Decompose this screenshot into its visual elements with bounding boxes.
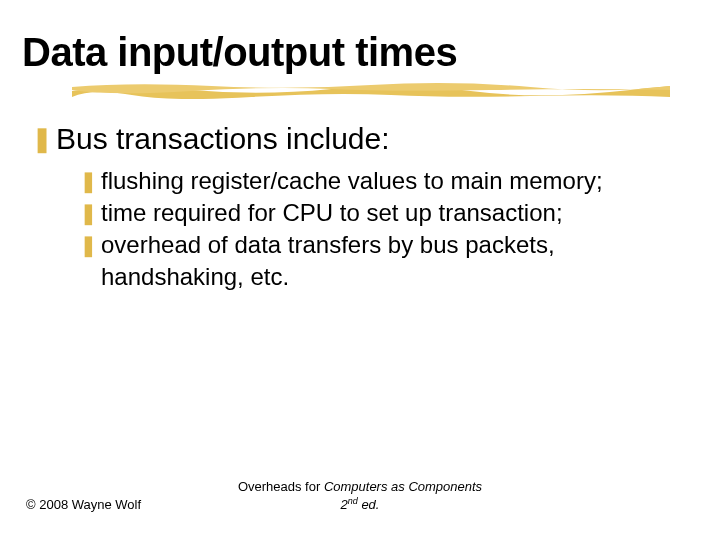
- slide-title: Data input/output times: [22, 30, 698, 75]
- level2-text: time required for CPU to set up transact…: [101, 197, 563, 229]
- bullet-level1: ❚ Bus transactions include:: [32, 121, 698, 157]
- level2-group: ❚ flushing register/cache values to main…: [80, 165, 698, 293]
- bullet-level2: ❚ flushing register/cache values to main…: [80, 165, 698, 197]
- title-underline: [72, 81, 670, 99]
- y-bullet-icon: ❚: [80, 165, 97, 197]
- level1-text: Bus transactions include:: [56, 121, 390, 157]
- content-area: ❚ Bus transactions include: ❚ flushing r…: [22, 121, 698, 293]
- brush-stroke-icon: [72, 81, 670, 99]
- overheads-italic: Computers as Components: [324, 479, 482, 494]
- z-bullet-icon: ❚: [32, 121, 52, 157]
- overheads-text: Overheads for Computers as Components 2n…: [0, 479, 720, 512]
- bullet-level2: ❚ overhead of data transfers by bus pack…: [80, 229, 698, 293]
- bullet-level2: ❚ time required for CPU to set up transa…: [80, 197, 698, 229]
- level2-text: flushing register/cache values to main m…: [101, 165, 603, 197]
- y-bullet-icon: ❚: [80, 197, 97, 229]
- overheads-prefix: Overheads for: [238, 479, 324, 494]
- slide: Data input/output times ❚ Bus transactio…: [0, 0, 720, 540]
- overheads-edition-end: ed.: [358, 497, 380, 512]
- level2-text: overhead of data transfers by bus packet…: [101, 229, 661, 293]
- y-bullet-icon: ❚: [80, 229, 97, 261]
- overheads-edition-prefix: 2: [341, 497, 348, 512]
- overheads-edition-suffix: nd: [348, 496, 358, 506]
